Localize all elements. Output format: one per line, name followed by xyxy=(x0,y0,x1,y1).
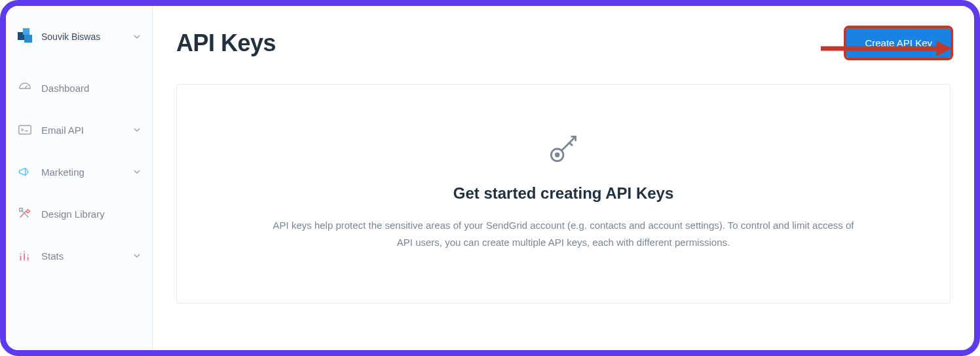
svg-point-7 xyxy=(28,254,29,256)
sidebar-item-design-library[interactable]: Design Library xyxy=(6,195,152,233)
stats-icon xyxy=(18,248,32,263)
svg-point-5 xyxy=(20,253,22,254)
sidebar-item-email-api[interactable]: Email API xyxy=(6,111,152,149)
sidebar-item-label: Marketing xyxy=(41,167,124,178)
terminal-icon xyxy=(18,123,32,137)
chevron-down-icon xyxy=(134,168,140,175)
svg-point-6 xyxy=(24,251,25,252)
user-name: Souvik Biswas xyxy=(41,31,127,42)
empty-state-card: Get started creating API Keys API keys h… xyxy=(176,84,951,304)
user-menu[interactable]: Souvik Biswas xyxy=(6,22,152,65)
sidebar-item-stats[interactable]: Stats xyxy=(6,237,152,275)
svg-rect-1 xyxy=(20,208,23,212)
gauge-icon xyxy=(18,81,32,95)
chevron-down-icon xyxy=(134,127,140,133)
page-title: API Keys xyxy=(176,30,276,57)
svg-rect-0 xyxy=(19,126,31,134)
design-icon xyxy=(18,207,32,221)
app-frame: Souvik Biswas Dashboard Email API Market… xyxy=(0,0,980,356)
sidebar: Souvik Biswas Dashboard Email API Market… xyxy=(6,6,153,350)
empty-state-description: API keys help protect the sensitive area… xyxy=(269,217,858,250)
avatar xyxy=(18,28,35,45)
svg-point-11 xyxy=(556,153,559,157)
megaphone-icon xyxy=(18,165,32,179)
sidebar-item-dashboard[interactable]: Dashboard xyxy=(6,69,152,107)
chevron-down-icon xyxy=(134,252,140,259)
main-content: API Keys Create API Key Get started crea… xyxy=(153,6,974,350)
empty-state-title: Get started creating API Keys xyxy=(229,184,897,203)
sidebar-item-label: Design Library xyxy=(41,208,140,220)
sidebar-item-label: Dashboard xyxy=(41,83,140,94)
sidebar-item-marketing[interactable]: Marketing xyxy=(6,153,152,191)
sidebar-item-label: Stats xyxy=(41,250,124,262)
chevron-down-icon xyxy=(134,33,140,40)
key-icon xyxy=(544,130,583,170)
annotation-arrow-icon xyxy=(821,39,952,58)
sidebar-item-label: Email API xyxy=(41,125,124,136)
svg-marker-9 xyxy=(936,41,952,56)
